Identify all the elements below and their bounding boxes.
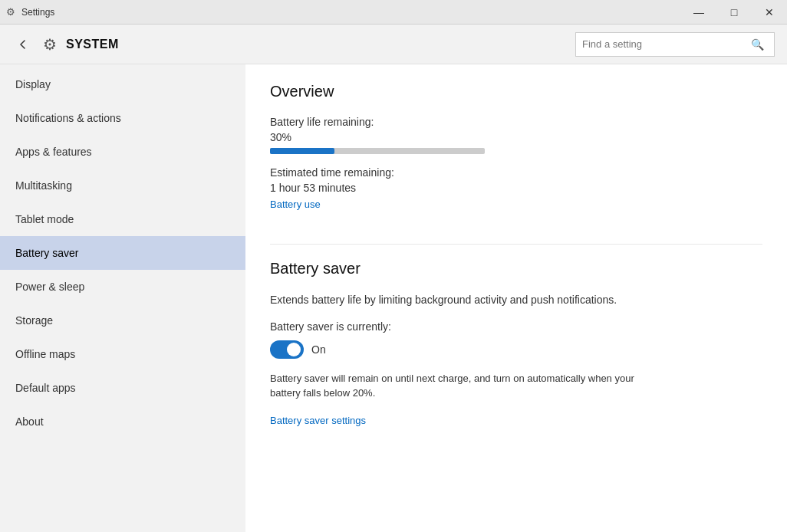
back-icon [18,40,28,49]
sidebar-item-tablet[interactable]: Tablet mode [0,202,245,236]
toggle-track [270,340,304,359]
sidebar-item-apps[interactable]: Apps & features [0,135,245,169]
back-button[interactable] [12,34,34,55]
sidebar-item-battery[interactable]: Battery saver [0,236,245,270]
overview-title: Overview [270,83,762,100]
toggle-thumb [287,343,301,356]
sidebar-label-defaultapps: Default apps [15,382,76,394]
title-bar: ⚙ Settings — □ ✕ [0,0,787,25]
header-bar: ⚙ SYSTEM 🔍 [0,25,787,64]
close-button[interactable]: ✕ [752,0,787,25]
content-area: Overview Battery life remaining: 30% Est… [245,64,787,532]
sidebar-item-display[interactable]: Display [0,67,245,101]
sidebar-label-power: Power & sleep [15,281,84,293]
sidebar-item-power[interactable]: Power & sleep [0,270,245,304]
sidebar-item-maps[interactable]: Offline maps [0,337,245,371]
sidebar-item-notifications[interactable]: Notifications & actions [0,101,245,135]
currently-label: Battery saver is currently: [270,320,762,333]
sidebar-item-multitasking[interactable]: Multitasking [0,169,245,202]
battery-saver-toggle[interactable] [270,340,304,359]
battery-saver-settings-link[interactable]: Battery saver settings [270,415,366,426]
main-layout: Display Notifications & actions Apps & f… [0,64,787,532]
maximize-button[interactable]: □ [716,0,752,25]
battery-percent: 30% [270,131,762,143]
search-icon: 🔍 [751,38,764,51]
sidebar-item-about[interactable]: About [0,405,245,438]
battery-use-link[interactable]: Battery use [270,199,321,210]
search-input[interactable] [582,38,751,50]
minimize-button[interactable]: — [681,0,716,25]
battery-life-label: Battery life remaining: [270,116,762,128]
sidebar-label-multitasking: Multitasking [15,179,72,192]
sidebar-label-storage: Storage [15,314,53,327]
sidebar: Display Notifications & actions Apps & f… [0,64,245,532]
battery-bar-background [270,148,485,154]
title-bar-controls: — □ ✕ [681,0,787,25]
system-gear-icon: ⚙ [43,35,57,54]
toggle-on-label: On [311,343,326,356]
battery-saver-description: Extends battery life by limiting backgro… [270,293,762,308]
sidebar-label-about: About [15,415,44,428]
battery-saver-info: Battery saver will remain on until next … [270,371,654,401]
system-title: SYSTEM [66,38,119,51]
toggle-row: On [270,340,762,359]
sidebar-item-defaultapps[interactable]: Default apps [0,371,245,405]
estimated-time-label: Estimated time remaining: [270,166,762,179]
estimated-time-value: 1 hour 53 minutes [270,182,762,194]
title-bar-left: ⚙ Settings [6,6,54,18]
sidebar-label-notifications: Notifications & actions [15,112,121,124]
sidebar-label-tablet: Tablet mode [15,213,74,225]
sidebar-label-display: Display [15,78,51,90]
section-divider [270,244,762,245]
settings-window-icon: ⚙ [6,6,15,18]
sidebar-label-maps: Offline maps [15,348,75,360]
battery-saver-title: Battery saver [270,260,762,277]
search-box[interactable]: 🔍 [575,32,775,57]
sidebar-label-battery: Battery saver [15,247,78,259]
sidebar-label-apps: Apps & features [15,146,92,158]
sidebar-item-storage[interactable]: Storage [0,304,245,337]
battery-bar-fill [270,148,334,154]
title-bar-text: Settings [21,7,54,18]
